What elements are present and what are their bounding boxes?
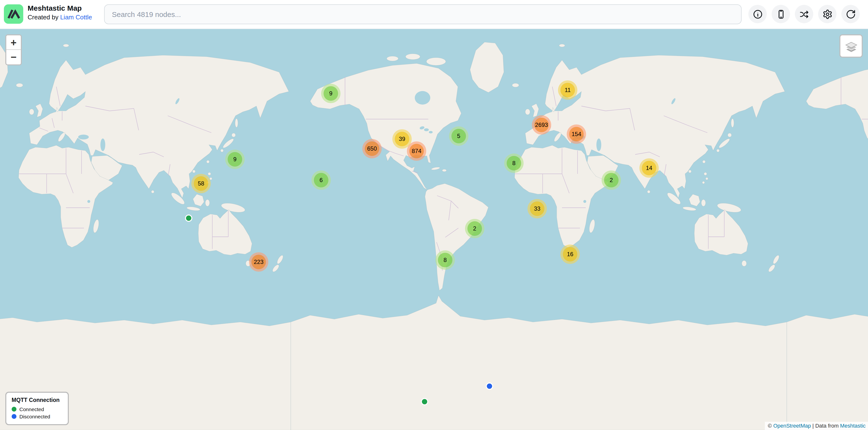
- cluster-marker[interactable]: 2: [601, 170, 621, 190]
- cluster-marker[interactable]: 2: [465, 219, 485, 238]
- mobile-app-button[interactable]: [772, 5, 790, 23]
- cluster-count: 9: [228, 152, 242, 167]
- refresh-button[interactable]: [841, 5, 860, 23]
- byline: Created by Liam Cottle: [28, 13, 92, 21]
- page-title: Meshtastic Map: [28, 4, 92, 12]
- disconnected-status-dot: [11, 414, 17, 419]
- author-link[interactable]: Liam Cottle: [60, 13, 92, 21]
- meshtastic-logo-icon: [4, 4, 23, 24]
- refresh-icon: [845, 9, 856, 19]
- info-icon: [752, 9, 763, 19]
- cluster-count: 11: [560, 83, 575, 97]
- cluster-count: 2: [467, 221, 482, 236]
- cluster-marker[interactable]: 9: [225, 150, 245, 169]
- cluster-count: 2: [604, 173, 619, 188]
- layers-control[interactable]: [839, 34, 863, 58]
- cluster-count: 154: [569, 127, 584, 141]
- cluster-count: 8: [507, 156, 521, 170]
- cluster-marker[interactable]: 154: [567, 125, 586, 144]
- cluster-marker[interactable]: 14: [640, 158, 659, 178]
- node-marker-connected[interactable]: [185, 214, 192, 222]
- legend-item-disconnected: Disconnected: [11, 414, 62, 419]
- byline-prefix: Created by: [28, 13, 60, 21]
- cluster-marker[interactable]: 9: [321, 84, 341, 103]
- cluster-count: 14: [642, 161, 656, 175]
- smartphone-icon: [776, 9, 786, 19]
- random-node-button[interactable]: [795, 5, 813, 23]
- cluster-count: 2693: [534, 118, 549, 132]
- cluster-marker[interactable]: 223: [249, 252, 268, 272]
- meshtastic-link[interactable]: Meshtastic: [840, 423, 866, 429]
- cluster-marker[interactable]: 33: [527, 199, 547, 219]
- legend-title: MQTT Connection: [11, 397, 62, 403]
- zoom-control: + −: [5, 34, 22, 65]
- connected-status-dot: [11, 407, 17, 411]
- cluster-marker[interactable]: 8: [504, 154, 524, 173]
- cluster-marker[interactable]: 11: [558, 80, 578, 100]
- cluster-count: 5: [452, 129, 466, 143]
- gear-icon: [822, 9, 832, 19]
- cluster-count: 39: [395, 132, 409, 146]
- title-block: Meshtastic Map Created by Liam Cottle: [28, 4, 92, 21]
- node-marker-disconnected[interactable]: [486, 382, 493, 390]
- cluster-count: 8: [438, 253, 453, 267]
- map-canvas[interactable]: 911269315439650874589586142332822316 + −…: [0, 29, 868, 430]
- copyright-text: ©: [768, 423, 773, 429]
- search-input[interactable]: [104, 4, 742, 24]
- cluster-marker[interactable]: 6: [311, 170, 331, 190]
- zoom-in-button[interactable]: +: [6, 35, 21, 50]
- cluster-marker[interactable]: 8: [435, 250, 455, 270]
- cluster-count: 874: [409, 144, 424, 158]
- cluster-count: 16: [563, 247, 578, 262]
- meshtastic-logo: [4, 4, 23, 24]
- openstreetmap-link[interactable]: OpenStreetMap: [773, 423, 811, 429]
- settings-button[interactable]: [818, 5, 837, 23]
- cluster-marker[interactable]: 2693: [532, 115, 551, 135]
- layers-icon: [844, 39, 858, 53]
- node-marker-connected[interactable]: [421, 398, 428, 405]
- cluster-marker[interactable]: 650: [362, 139, 382, 158]
- zoom-out-button[interactable]: −: [6, 50, 21, 64]
- cluster-marker[interactable]: 58: [191, 174, 211, 193]
- cluster-marker[interactable]: 5: [449, 126, 468, 146]
- legend-item-label: Disconnected: [20, 414, 50, 419]
- cluster-marker[interactable]: 874: [407, 141, 426, 161]
- attribution-middle-text: | Data from: [811, 423, 840, 429]
- header-bar: Meshtastic Map Created by Liam Cottle: [0, 0, 868, 29]
- legend-item-label: Connected: [20, 406, 44, 412]
- cluster-count: 6: [314, 173, 329, 188]
- cluster-count: 58: [194, 176, 208, 191]
- cluster-count: 9: [323, 86, 338, 101]
- world-basemap[interactable]: [0, 29, 868, 430]
- cluster-count: 33: [530, 201, 545, 216]
- meshtastic-map-app: Meshtastic Map Created by Liam Cottle: [0, 0, 868, 430]
- cluster-marker[interactable]: 16: [560, 244, 580, 264]
- legend-item-connected: Connected: [11, 406, 62, 412]
- info-button[interactable]: [748, 5, 767, 23]
- shuffle-icon: [799, 9, 809, 19]
- mqtt-connection-legend: MQTT Connection Connected Disconnected: [5, 392, 69, 425]
- cluster-count: 223: [251, 255, 266, 269]
- cluster-count: 650: [365, 141, 379, 156]
- map-attribution: © OpenStreetMap | Data from Meshtastic: [765, 422, 868, 430]
